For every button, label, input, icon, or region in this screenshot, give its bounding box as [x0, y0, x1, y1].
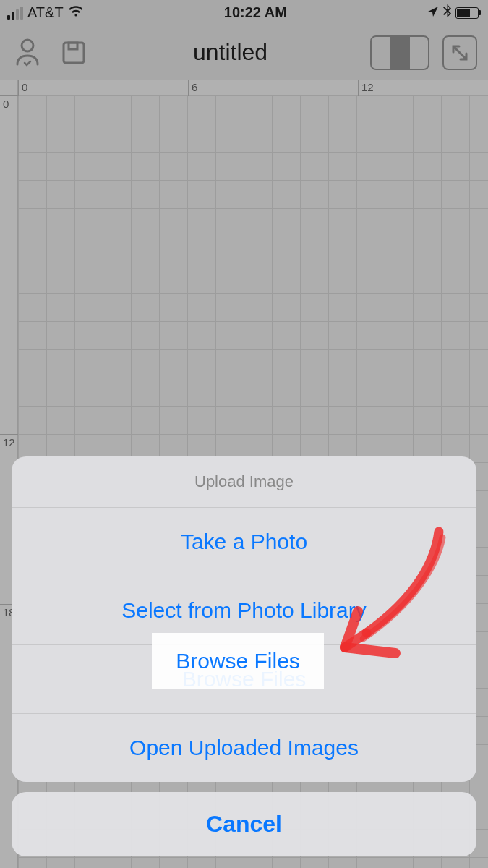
- option-take-photo[interactable]: Take a Photo: [12, 508, 476, 576]
- option-select-library[interactable]: Select from Photo Library: [12, 576, 476, 645]
- option-open-uploaded[interactable]: Open Uploaded Images: [12, 714, 476, 782]
- option-browse-files[interactable]: Browse Files: [12, 645, 476, 714]
- action-sheet: Upload Image Take a Photo Select from Ph…: [12, 456, 476, 856]
- cancel-button[interactable]: Cancel: [12, 792, 476, 856]
- sheet-title: Upload Image: [12, 456, 476, 508]
